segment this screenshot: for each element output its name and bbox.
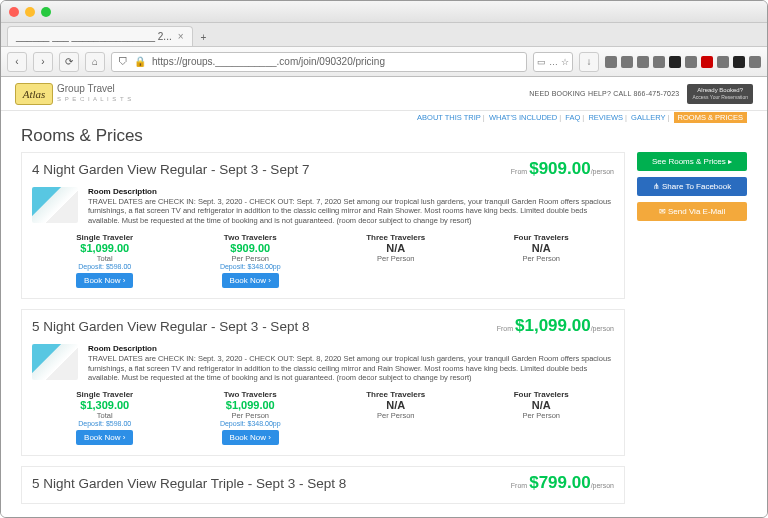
browser-toolbar: ‹ › ⟳ ⌂ ⛉ 🔒 https://groups.___________.c… — [1, 47, 767, 77]
book-now-button[interactable]: Book Now › — [222, 273, 279, 288]
price-sub: Per Person — [469, 411, 615, 420]
price-grid: Single Traveler$1,309.00TotalDeposit: $5… — [32, 390, 614, 445]
maximize-window-button[interactable] — [41, 7, 51, 17]
price-amount: N/A — [469, 399, 615, 411]
price-amount: $1,099.00 — [178, 399, 324, 411]
logo-badge: Atlas — [15, 83, 53, 105]
deposit-text: Deposit: $598.00 — [32, 263, 178, 270]
forward-button[interactable]: › — [33, 52, 53, 72]
ext-icon[interactable] — [669, 56, 681, 68]
price-column: Two Travelers$1,099.00Per PersonDeposit:… — [178, 390, 324, 445]
home-button[interactable]: ⌂ — [85, 52, 105, 72]
deposit-text: Deposit: $348.00pp — [178, 263, 324, 270]
see-rooms-button[interactable]: See Rooms & Prices ▸ — [637, 152, 747, 171]
price-column: Four TravelersN/APer Person — [469, 233, 615, 288]
per-person-label: /person — [591, 325, 614, 332]
download-button[interactable]: ↓ — [579, 52, 599, 72]
price-sub: Total — [32, 254, 178, 263]
room-price-block: From$1,099.00/person — [497, 316, 614, 336]
window-titlebar — [1, 1, 767, 23]
price-amount: $1,309.00 — [32, 399, 178, 411]
room-price-block: From$799.00/person — [511, 473, 614, 493]
price-sub: Per Person — [178, 254, 324, 263]
book-now-button[interactable]: Book Now › — [222, 430, 279, 445]
traveler-label: Two Travelers — [178, 233, 324, 242]
room-description-title: Room Description — [88, 344, 157, 353]
price-sub: Per Person — [323, 411, 469, 420]
price-amount: N/A — [323, 242, 469, 254]
price-sub: Per Person — [178, 411, 324, 420]
book-now-button[interactable]: Book Now › — [76, 430, 133, 445]
room-thumbnail — [32, 187, 78, 223]
site-logo[interactable]: Atlas Group Travel S P E C I A L I S T S — [15, 83, 132, 105]
page-nav: ABOUT THIS TRIP| WHAT'S INCLUDED| FAQ| R… — [1, 111, 767, 124]
room-card: 4 Night Garden View Regular - Sept 3 - S… — [21, 152, 625, 299]
nav-about[interactable]: ABOUT THIS TRIP — [417, 113, 481, 122]
price-amount: N/A — [469, 242, 615, 254]
minimize-window-button[interactable] — [25, 7, 35, 17]
already-booked-button[interactable]: Already Booked? Access Your Reservation — [687, 84, 753, 104]
shield-icon: ⛉ — [118, 56, 128, 67]
back-button[interactable]: ‹ — [7, 52, 27, 72]
traveler-label: Three Travelers — [323, 233, 469, 242]
already-booked-top: Already Booked? — [692, 87, 748, 94]
ext-icon[interactable] — [701, 56, 713, 68]
room-headline-price: $1,099.00 — [515, 316, 591, 335]
ext-icon[interactable] — [653, 56, 665, 68]
brand-sub: S P E C I A L I S T S — [57, 94, 132, 104]
ext-icon[interactable] — [717, 56, 729, 68]
traveler-label: Four Travelers — [469, 233, 615, 242]
from-label: From — [497, 325, 513, 332]
page-content: Atlas Group Travel S P E C I A L I S T S… — [1, 77, 767, 517]
nav-faq[interactable]: FAQ — [565, 113, 580, 122]
nav-included[interactable]: WHAT'S INCLUDED — [489, 113, 557, 122]
close-tab-icon[interactable]: × — [178, 31, 184, 42]
deposit-text: Deposit: $348.00pp — [178, 420, 324, 427]
tab-title: ______ ___ _______________ 2... — [16, 31, 172, 42]
ext-icon[interactable] — [605, 56, 617, 68]
room-title: 5 Night Garden View Regular Triple - Sep… — [32, 476, 505, 492]
menu-icon[interactable] — [749, 56, 761, 68]
price-amount: N/A — [323, 399, 469, 411]
ext-icon[interactable] — [637, 56, 649, 68]
ext-icon[interactable] — [685, 56, 697, 68]
price-grid: Single Traveler$1,099.00TotalDeposit: $5… — [32, 233, 614, 288]
reader-box[interactable]: ▭…☆ — [533, 52, 573, 72]
price-column: Three TravelersN/APer Person — [323, 390, 469, 445]
new-tab-button[interactable]: + — [193, 29, 215, 46]
reload-button[interactable]: ⟳ — [59, 52, 79, 72]
per-person-label: /person — [591, 168, 614, 175]
room-card: 5 Night Garden View Regular Triple - Sep… — [21, 466, 625, 504]
extension-icons — [605, 56, 761, 68]
url-bar[interactable]: ⛉ 🔒 https://groups.___________.com/join/… — [111, 52, 527, 72]
from-label: From — [511, 482, 527, 489]
book-now-button[interactable]: Book Now › — [76, 273, 133, 288]
price-amount: $909.00 — [178, 242, 324, 254]
share-facebook-button[interactable]: ⋔ Share To Facebook — [637, 177, 747, 196]
page-title: Rooms & Prices — [21, 126, 625, 146]
room-headline-price: $799.00 — [529, 473, 590, 492]
ext-icon[interactable] — [621, 56, 633, 68]
browser-tab[interactable]: ______ ___ _______________ 2... × — [7, 26, 193, 46]
price-column: Three TravelersN/APer Person — [323, 233, 469, 288]
ext-icon[interactable] — [733, 56, 745, 68]
room-description: Room DescriptionTRAVEL DATES are CHECK I… — [88, 344, 614, 382]
room-price-block: From$909.00/person — [511, 159, 614, 179]
site-header: Atlas Group Travel S P E C I A L I S T S… — [1, 77, 767, 111]
price-column: Four TravelersN/APer Person — [469, 390, 615, 445]
room-title: 5 Night Garden View Regular - Sept 3 - S… — [32, 319, 491, 335]
help-phone-text: NEED BOOKING HELP? CALL 866-475-7023 — [529, 90, 679, 97]
price-sub: Per Person — [469, 254, 615, 263]
nav-rooms-active[interactable]: ROOMS & PRICES — [674, 112, 747, 123]
traveler-label: Four Travelers — [469, 390, 615, 399]
room-description: Room DescriptionTRAVEL DATES are CHECK I… — [88, 187, 614, 225]
send-email-button[interactable]: ✉ Send Via E-Mail — [637, 202, 747, 221]
price-sub: Per Person — [323, 254, 469, 263]
room-card: 5 Night Garden View Regular - Sept 3 - S… — [21, 309, 625, 456]
price-column: Single Traveler$1,309.00TotalDeposit: $5… — [32, 390, 178, 445]
nav-reviews[interactable]: REVIEWS — [588, 113, 623, 122]
nav-gallery[interactable]: GALLERY — [631, 113, 665, 122]
close-window-button[interactable] — [9, 7, 19, 17]
price-column: Two Travelers$909.00Per PersonDeposit: $… — [178, 233, 324, 288]
per-person-label: /person — [591, 482, 614, 489]
